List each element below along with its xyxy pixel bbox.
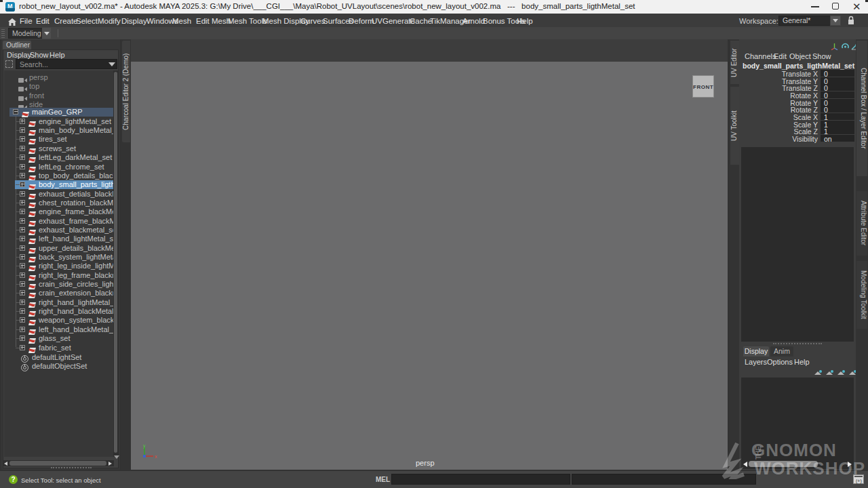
svg-text:x: x bbox=[155, 454, 157, 459]
svg-text:y: y bbox=[143, 444, 146, 449]
